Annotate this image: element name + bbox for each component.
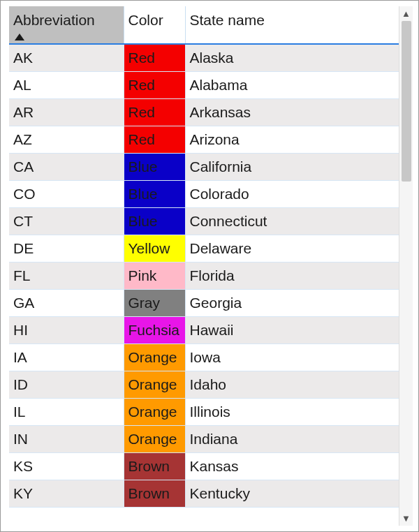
table-row[interactable]: FLPinkFlorida [9,262,399,289]
cell-state-name[interactable]: Illinois [185,398,399,425]
table-row[interactable]: DEYellowDelaware [9,235,399,262]
cell-state-name[interactable]: Iowa [185,343,399,371]
table-row[interactable]: HIFuchsiaHawaii [9,316,399,343]
cell-state-name[interactable]: Alabama [185,71,399,98]
table-row[interactable]: AZRedArizona [9,126,399,153]
column-header-label: State name [190,12,265,28]
cell-abbreviation[interactable]: KY [9,480,124,507]
cell-abbreviation[interactable]: AR [9,98,124,126]
table-row[interactable]: AKRedAlaska [9,44,399,71]
cell-abbreviation[interactable]: CT [9,207,124,235]
cell-abbreviation[interactable]: CO [9,180,124,207]
cell-abbreviation[interactable]: ID [9,371,124,398]
scroll-up-arrow-icon[interactable]: ▲ [402,9,411,18]
cell-abbreviation[interactable]: HI [9,316,124,343]
table-header-row: Abbreviation Color State name [9,6,399,44]
table-row[interactable]: CTBlueConnecticut [9,207,399,235]
cell-abbreviation[interactable]: DE [9,235,124,262]
table-row[interactable]: KSBrownKansas [9,452,399,480]
column-header-label: Abbreviation [13,12,95,28]
cell-color[interactable]: Pink [124,262,185,289]
cell-color[interactable]: Blue [124,180,185,207]
scrollbar-track[interactable] [399,21,413,511]
cell-color[interactable]: Blue [124,207,185,235]
cell-state-name[interactable]: Arizona [185,126,399,153]
cell-state-name[interactable]: Arkansas [185,98,399,126]
cell-color[interactable]: Red [124,44,185,71]
scroll-down-arrow-icon[interactable]: ▼ [402,514,411,523]
cell-state-name[interactable]: Idaho [185,371,399,398]
cell-color[interactable]: Orange [124,425,185,452]
table-row[interactable]: GAGrayGeorgia [9,289,399,316]
cell-color[interactable]: Orange [124,371,185,398]
cell-state-name[interactable]: Florida [185,262,399,289]
table-row[interactable]: KYBrownKentucky [9,480,399,507]
table-body: AKRedAlaskaALRedAlabamaARRedArkansasAZRe… [9,44,399,507]
cell-color[interactable]: Fuchsia [124,316,185,343]
cell-abbreviation[interactable]: AL [9,71,124,98]
cell-state-name[interactable]: Kansas [185,452,399,480]
cell-state-name[interactable]: Delaware [185,235,399,262]
cell-state-name[interactable]: Georgia [185,289,399,316]
table-row[interactable]: ARRedArkansas [9,98,399,126]
cell-abbreviation[interactable]: KS [9,452,124,480]
cell-color[interactable]: Gray [124,289,185,316]
cell-color[interactable]: Orange [124,343,185,371]
vertical-scrollbar[interactable]: ▲ ▼ [399,6,413,526]
cell-abbreviation[interactable]: FL [9,262,124,289]
table-row[interactable]: COBlueColorado [9,180,399,207]
cell-abbreviation[interactable]: IA [9,343,124,371]
cell-state-name[interactable]: Colorado [185,180,399,207]
data-grid: Abbreviation Color State name AKRedAlask… [1,1,418,531]
column-header-abbreviation[interactable]: Abbreviation [9,6,124,44]
table-row[interactable]: ALRedAlabama [9,71,399,98]
cell-color[interactable]: Brown [124,480,185,507]
table-row[interactable]: CABlueCalifornia [9,153,399,180]
cell-color[interactable]: Yellow [124,235,185,262]
states-table: Abbreviation Color State name AKRedAlask… [9,6,399,508]
table-row[interactable]: IDOrangeIdaho [9,371,399,398]
table-row[interactable]: IAOrangeIowa [9,343,399,371]
sort-ascending-icon [15,34,24,40]
cell-abbreviation[interactable]: AK [9,44,124,71]
cell-state-name[interactable]: Kentucky [185,480,399,507]
cell-color[interactable]: Red [124,71,185,98]
cell-color[interactable]: Orange [124,398,185,425]
table-row[interactable]: INOrangeIndiana [9,425,399,452]
cell-state-name[interactable]: Alaska [185,44,399,71]
cell-abbreviation[interactable]: AZ [9,126,124,153]
table-viewport: Abbreviation Color State name AKRedAlask… [9,6,399,526]
scrollbar-thumb[interactable] [402,21,411,182]
column-header-state-name[interactable]: State name [185,6,399,44]
cell-state-name[interactable]: Hawaii [185,316,399,343]
table-row[interactable]: ILOrangeIllinois [9,398,399,425]
cell-abbreviation[interactable]: IN [9,425,124,452]
column-header-color[interactable]: Color [124,6,185,44]
column-header-label: Color [128,12,163,28]
cell-state-name[interactable]: Connecticut [185,207,399,235]
cell-color[interactable]: Red [124,126,185,153]
cell-color[interactable]: Red [124,98,185,126]
cell-state-name[interactable]: Indiana [185,425,399,452]
cell-state-name[interactable]: California [185,153,399,180]
cell-color[interactable]: Blue [124,153,185,180]
cell-abbreviation[interactable]: GA [9,289,124,316]
cell-abbreviation[interactable]: IL [9,398,124,425]
cell-color[interactable]: Brown [124,452,185,480]
cell-abbreviation[interactable]: CA [9,153,124,180]
